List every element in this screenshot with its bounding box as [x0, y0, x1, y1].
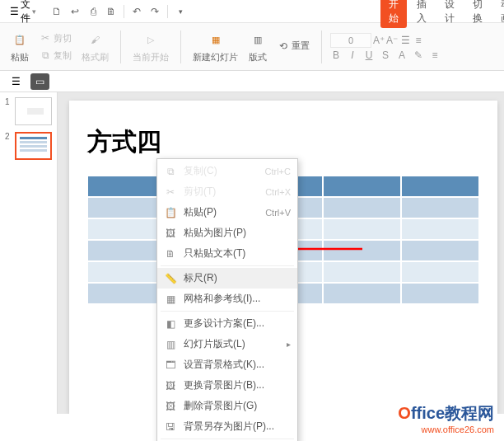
italic-icon[interactable]: I: [347, 49, 358, 61]
file-menu[interactable]: ☰ 文件 ▾: [7, 0, 40, 27]
watermark-url: www.office26.com: [398, 425, 494, 434]
ctx-ruler[interactable]: 📏 标尺(R): [157, 268, 297, 289]
ctx-grid-guides[interactable]: ▦ 网格和参考线(I)...: [157, 289, 297, 309]
ctx-cut: ✂ 剪切(T) Ctrl+X: [157, 181, 297, 202]
outline-view-button[interactable]: ☰: [7, 73, 26, 90]
undo2-icon[interactable]: ↶: [129, 4, 144, 19]
image-icon: 🖼: [164, 379, 177, 392]
copy-button[interactable]: ⧉ 复制: [36, 48, 75, 63]
ctx-save-bg-pic[interactable]: 🖫 背景另存为图片(P)...: [157, 416, 297, 437]
cut-label: 剪切: [54, 32, 72, 45]
slide-thumbnails-panel: 1 2: [0, 92, 58, 414]
normal-view-button[interactable]: ▭: [30, 73, 49, 90]
reset-label: 重置: [292, 40, 310, 52]
tab-transition[interactable]: 切换: [464, 0, 491, 28]
context-menu: ⧉ 复制(C) Ctrl+C ✂ 剪切(T) Ctrl+X 📋 粘贴(P) Ct…: [156, 158, 298, 441]
separator: [161, 311, 294, 312]
ruler-icon: 📏: [164, 272, 177, 285]
separator: [161, 265, 294, 266]
print-icon[interactable]: ⎙: [86, 4, 100, 19]
undo-icon[interactable]: ↩: [68, 4, 82, 19]
copy-icon: ⧉: [164, 165, 177, 178]
scissors-icon: ✂: [164, 185, 177, 199]
ctx-paste-text-only[interactable]: 🗎 只粘贴文本(T): [157, 243, 297, 264]
thumbnail-number: 1: [5, 97, 12, 125]
text-icon: 🗎: [164, 247, 177, 260]
image-icon: 🖼: [164, 227, 177, 240]
clipboard-icon: 📋: [10, 30, 30, 49]
save-icon[interactable]: 🗋: [49, 4, 64, 19]
play-icon: ▷: [141, 30, 161, 49]
slide-title[interactable]: 方式四: [87, 125, 479, 159]
redo-icon[interactable]: ↷: [147, 4, 162, 19]
clipboard-icon: 📋: [164, 206, 177, 219]
bold-icon[interactable]: B: [330, 49, 342, 61]
new-slide-button[interactable]: ▦ 新建幻灯片: [189, 28, 241, 65]
divider: [321, 30, 322, 63]
grid-icon: ▦: [164, 293, 177, 306]
font-size-input[interactable]: [330, 33, 371, 48]
decrease-font-icon[interactable]: A⁻: [386, 35, 398, 46]
save-icon: 🖫: [164, 420, 177, 434]
tab-design[interactable]: 设计: [436, 0, 463, 28]
submenu-arrow-icon: ▸: [287, 340, 291, 349]
format-painter-button[interactable]: 🖌 格式刷: [78, 28, 112, 65]
layout-icon: ▥: [248, 30, 268, 49]
align-icon[interactable]: ≡: [429, 49, 441, 61]
ctx-copy: ⧉ 复制(C) Ctrl+C: [157, 161, 297, 181]
strikethrough-icon[interactable]: S: [380, 49, 391, 61]
hamburger-icon: ☰: [10, 6, 19, 17]
chevron-down-icon: ▾: [32, 7, 36, 16]
increase-font-icon[interactable]: A⁺: [373, 35, 385, 46]
tab-start[interactable]: 开始: [380, 0, 407, 28]
start-from-current-label: 当前开始: [133, 51, 169, 63]
layout-icon: ▥: [164, 338, 177, 351]
ctx-slide-layout[interactable]: ▥ 幻灯片版式(L) ▸: [157, 334, 297, 354]
format-painter-label: 格式刷: [82, 51, 109, 63]
reset-icon: ⟲: [278, 40, 289, 52]
layout-label: 版式: [249, 51, 267, 63]
watermark: Office教程网 www.office26.com: [398, 402, 494, 434]
ctx-bg-format[interactable]: 🗔 设置背景格式(K)...: [157, 354, 297, 375]
divider: [167, 5, 168, 18]
ctx-paste-as-pic[interactable]: 🖼 粘贴为图片(P): [157, 223, 297, 243]
divider: [124, 5, 124, 18]
ctx-paste[interactable]: 📋 粘贴(P) Ctrl+V: [157, 202, 297, 223]
file-menu-label: 文件: [21, 0, 30, 26]
font-color-icon[interactable]: A: [396, 49, 408, 61]
divider: [120, 30, 121, 63]
cut-button[interactable]: ✂ 剪切: [36, 30, 75, 46]
new-slide-label: 新建幻灯片: [193, 51, 238, 63]
thumbnail-2[interactable]: 2: [5, 132, 52, 160]
new-slide-icon: ▦: [206, 30, 226, 49]
underline-icon[interactable]: U: [363, 49, 375, 61]
numbered-list-icon[interactable]: ≡: [413, 35, 424, 46]
tab-insert[interactable]: 插入: [408, 0, 435, 28]
design-icon: ◧: [164, 317, 177, 331]
scissors-icon: ✂: [40, 32, 51, 44]
copy-icon: ⧉: [40, 49, 51, 61]
ctx-more-designs[interactable]: ◧ 更多设计方案(E)...: [157, 313, 297, 334]
divider: [180, 30, 181, 63]
paste-label: 粘贴: [11, 51, 29, 63]
brush-icon: 🖌: [86, 30, 105, 49]
ctx-change-bg-pic[interactable]: 🖼 更换背景图片(B)...: [157, 375, 297, 396]
separator: [161, 439, 294, 439]
list-icon[interactable]: ☰: [399, 35, 411, 46]
format-icon: 🗔: [164, 359, 177, 372]
preview-icon[interactable]: 🗎: [104, 4, 119, 19]
qat-dropdown-icon[interactable]: ▾: [173, 4, 188, 19]
layout-button[interactable]: ▥ 版式: [245, 28, 271, 65]
reset-button[interactable]: ⟲ 重置: [274, 38, 313, 54]
thumbnail-1[interactable]: 1: [5, 97, 52, 125]
watermark-brand: Office教程网: [398, 402, 494, 425]
thumbnail-number: 2: [5, 132, 12, 160]
highlight-icon[interactable]: ✎: [413, 49, 424, 61]
paste-button[interactable]: 📋 粘贴: [7, 28, 33, 65]
tab-animation[interactable]: 动画: [492, 0, 504, 28]
delete-icon: 🖾: [164, 400, 177, 413]
start-from-current-button[interactable]: ▷ 当前开始: [129, 28, 172, 65]
copy-label: 复制: [54, 49, 72, 62]
ctx-delete-bg-pic[interactable]: 🖾 删除背景图片(G): [157, 396, 297, 416]
